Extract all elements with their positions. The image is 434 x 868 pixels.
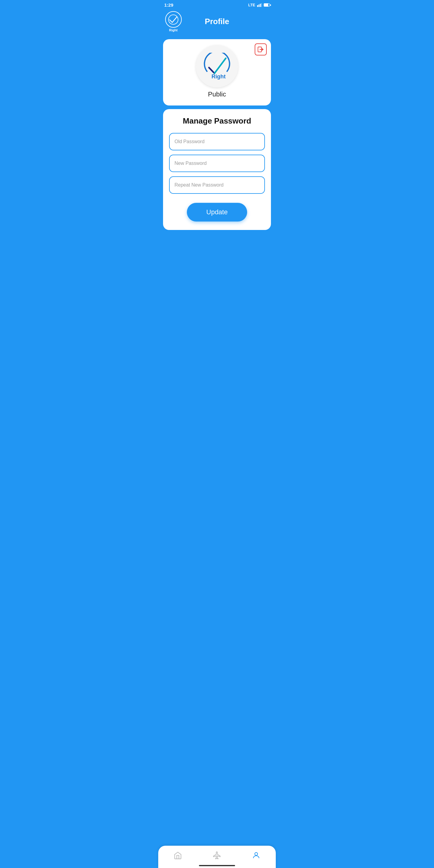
header: Right Profile bbox=[158, 9, 276, 37]
status-bar: 1:29 LTE bbox=[158, 0, 276, 9]
update-button[interactable]: Update bbox=[187, 203, 247, 221]
svg-point-4 bbox=[168, 15, 178, 24]
new-password-input[interactable] bbox=[169, 155, 265, 172]
svg-rect-3 bbox=[261, 3, 262, 7]
profile-avatar-logo: Right bbox=[202, 53, 232, 80]
status-right: LTE bbox=[248, 3, 270, 7]
main-content: Right Public Manage Password Update bbox=[158, 37, 276, 232]
app-logo-area: Right bbox=[164, 11, 182, 32]
svg-rect-0 bbox=[257, 5, 258, 7]
signal-icon bbox=[257, 3, 262, 7]
page-title: Profile bbox=[205, 17, 229, 26]
logout-icon bbox=[257, 46, 264, 53]
app-logo-circle bbox=[165, 11, 182, 28]
logout-button[interactable] bbox=[255, 43, 267, 56]
svg-rect-1 bbox=[258, 4, 259, 7]
password-card: Manage Password Update bbox=[163, 109, 271, 230]
repeat-password-input[interactable] bbox=[169, 176, 265, 194]
profile-card: Right Public bbox=[163, 39, 271, 105]
profile-avatar: Right bbox=[196, 45, 238, 87]
battery-icon bbox=[264, 3, 270, 7]
old-password-input[interactable] bbox=[169, 133, 265, 150]
profile-username: Public bbox=[208, 90, 226, 98]
manage-password-title: Manage Password bbox=[169, 116, 265, 126]
lte-indicator: LTE bbox=[248, 3, 255, 7]
app-logo-label: Right bbox=[169, 28, 178, 32]
right-logo-icon bbox=[168, 14, 179, 25]
status-time: 1:29 bbox=[164, 2, 173, 7]
svg-text:Right: Right bbox=[212, 73, 226, 80]
svg-rect-2 bbox=[260, 4, 261, 7]
